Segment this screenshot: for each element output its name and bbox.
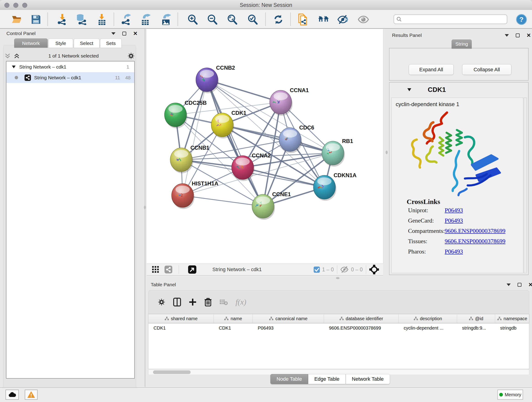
network-collection-row[interactable]: String Network – cdk1 1	[6, 61, 134, 72]
attribute-icon	[413, 317, 418, 321]
cloud-button[interactable]	[6, 390, 19, 400]
cell-@id[interactable]: stringdb:9...	[457, 323, 495, 332]
crosslink-value[interactable]: P06493	[445, 207, 463, 214]
expand-all-networks-icon[interactable]	[14, 53, 20, 59]
tab-network[interactable]: Network	[14, 38, 48, 48]
warning-button[interactable]	[25, 390, 38, 400]
tab-select[interactable]: Select	[74, 38, 99, 48]
export-image-icon[interactable]	[160, 14, 171, 25]
collapse-section-icon[interactable]	[407, 88, 411, 91]
splitter-grip[interactable]	[386, 151, 388, 154]
network-row[interactable]: String Network – cdk1 11 48	[6, 72, 134, 83]
grid-view-icon[interactable]	[152, 266, 159, 273]
zoom-in-icon[interactable]	[187, 14, 198, 25]
import-network-file-icon[interactable]	[57, 14, 68, 25]
crosslink-value[interactable]: P06493	[445, 248, 463, 255]
search-box[interactable]	[394, 14, 507, 24]
horizontal-splitter-grip[interactable]	[336, 277, 340, 279]
show-graphics-details-icon[interactable]	[358, 14, 369, 25]
maximize-panel-icon[interactable]	[516, 33, 520, 37]
export-network-icon[interactable]	[120, 14, 132, 25]
tab-network-table[interactable]: Network Table	[346, 374, 390, 384]
zoom-out-icon[interactable]	[207, 14, 218, 25]
close-panel-icon[interactable]: ✕	[133, 32, 138, 36]
tab-string[interactable]: String	[452, 39, 472, 49]
search-input[interactable]	[402, 17, 500, 22]
node-CCNA1[interactable]: CCNA1	[270, 87, 309, 116]
node-CCNB2[interactable]: CCNB2	[196, 65, 235, 93]
maximize-panel-icon[interactable]	[518, 283, 521, 287]
maximize-panel-icon[interactable]	[122, 32, 126, 36]
cell-description[interactable]: cyclin-dependent ...	[399, 323, 457, 332]
node-CDC6[interactable]: CDC6	[279, 124, 314, 153]
column-header-namespace[interactable]: namespace	[495, 314, 530, 323]
network-graph[interactable]: CCNB2CCNA1CDC25BCDK1CDC6RB1CCNB1CCNA2CDK…	[147, 29, 383, 264]
node-table[interactable]: shared namenamecanonical namedatabase id…	[148, 314, 529, 369]
gene-header-row[interactable]: CDK1	[389, 83, 528, 97]
crosslink-value[interactable]: 9606.ENSP00000378699	[445, 238, 505, 245]
network-view-share-icon[interactable]	[165, 266, 172, 274]
expand-all-button[interactable]: Expand All	[409, 64, 454, 75]
export-table-icon[interactable]	[140, 14, 151, 25]
open-folder-icon[interactable]	[12, 14, 22, 25]
zoom-selected-icon[interactable]	[247, 14, 258, 25]
zoom-fit-icon[interactable]	[227, 14, 238, 25]
edge-CCNE1-HIST1H1A[interactable]	[183, 196, 263, 206]
crosshair-icon[interactable]	[369, 265, 379, 274]
cell-namespace[interactable]: stringdb	[495, 323, 530, 332]
add-column-icon[interactable]	[189, 298, 196, 306]
selected-checkbox-icon[interactable]	[314, 267, 320, 273]
results-scrollbar[interactable]	[524, 98, 527, 273]
column-header-shared-name[interactable]: shared name	[148, 314, 214, 323]
column-header-canonical-name[interactable]: canonical name	[253, 314, 324, 323]
refresh-icon[interactable]	[273, 14, 284, 25]
table-row[interactable]: CDK1CDK1P064939606.ENSP00000378699cyclin…	[148, 323, 529, 332]
float-panel-icon[interactable]	[111, 32, 115, 35]
column-header-description[interactable]: description	[399, 314, 457, 323]
string-import-icon[interactable]	[297, 14, 308, 25]
cell-name[interactable]: CDK1	[214, 323, 253, 332]
column-header-name[interactable]: name	[214, 314, 253, 323]
close-panel-icon[interactable]: ✕	[526, 33, 531, 37]
tab-style[interactable]: Style	[48, 38, 73, 48]
network-canvas[interactable]: CCNB2CCNA1CDC25BCDK1CDC6RB1CCNB1CCNA2CDK…	[147, 29, 383, 264]
save-session-icon[interactable]	[31, 14, 41, 25]
float-panel-icon[interactable]	[505, 34, 509, 37]
collapse-all-button[interactable]: Collapse All	[462, 64, 511, 75]
node-CDC25B[interactable]: CDC25B	[165, 100, 207, 128]
splitter-grip[interactable]	[144, 206, 146, 209]
close-panel-icon[interactable]: ✕	[528, 283, 532, 287]
node-CDKN1A[interactable]: CDKN1A	[313, 172, 356, 201]
gear-icon[interactable]	[127, 52, 135, 60]
crosslinks-title: CrossLinks	[407, 198, 440, 206]
crosslink-value[interactable]: 9606.ENSP00000378699	[445, 228, 505, 235]
tab-edge-table[interactable]: Edge Table	[308, 374, 346, 384]
houses-icon[interactable]	[318, 14, 329, 25]
node-CDK1[interactable]: CDK1	[211, 110, 246, 138]
table-gear-icon[interactable]	[158, 298, 165, 306]
collapse-tree-icon[interactable]	[12, 65, 16, 68]
tab-node-table[interactable]: Node Table	[270, 374, 308, 384]
cell-canonical-name[interactable]: P06493	[253, 323, 324, 332]
edge-CCNB2-HIST1H1A[interactable]	[183, 80, 207, 196]
collapse-all-networks-icon[interactable]	[5, 53, 11, 59]
memory-button[interactable]: Memory	[497, 390, 523, 400]
scrollbar-thumb[interactable]	[153, 370, 191, 374]
crosslink-value[interactable]: P06493	[445, 217, 463, 224]
column-header-@id[interactable]: @id	[457, 314, 495, 323]
import-network-database-icon[interactable]	[76, 14, 87, 25]
birdseye-view-icon[interactable]	[188, 265, 196, 274]
delete-column-icon[interactable]	[204, 298, 212, 306]
show-columns-icon[interactable]	[173, 298, 181, 306]
node-RB1[interactable]: RB1	[322, 138, 353, 167]
import-table-icon[interactable]	[96, 14, 107, 25]
cell-shared-name[interactable]: CDK1	[148, 323, 214, 332]
tab-sets[interactable]: Sets	[100, 38, 122, 48]
column-header-database-identifier[interactable]: database identifier	[324, 314, 399, 323]
float-panel-icon[interactable]	[507, 283, 511, 286]
node-HIST1H1A[interactable]: HIST1H1A	[172, 180, 218, 209]
cell-database-identifier[interactable]: 9606.ENSP00000378699	[324, 323, 399, 332]
hide-graphics-details-icon[interactable]	[337, 14, 348, 25]
help-icon[interactable]: ?	[516, 14, 527, 25]
edge-CCNB2-CCNE1[interactable]	[207, 80, 263, 206]
